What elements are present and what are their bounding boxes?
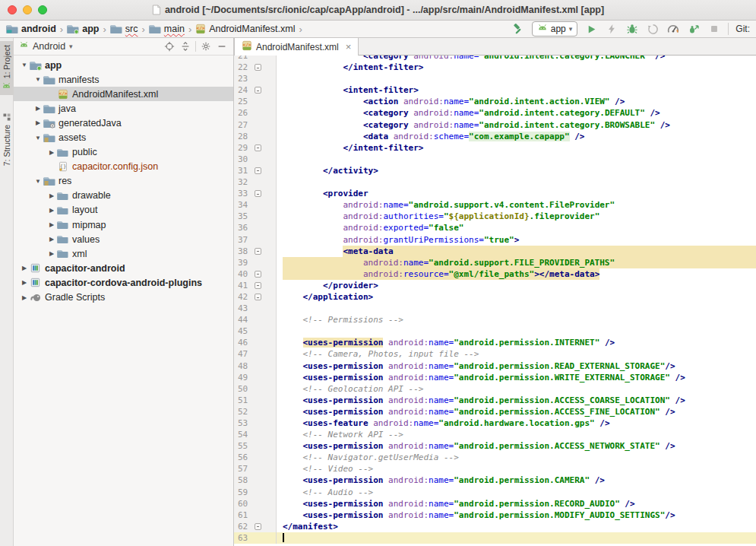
tree-item-capacitor-config-json[interactable]: {}capacitor.config.json: [14, 160, 233, 174]
code-text[interactable]: [277, 154, 756, 165]
run-button[interactable]: [584, 22, 598, 36]
code-line-59[interactable]: 59 <!-- Audio -->: [234, 487, 756, 498]
tree-item-assets[interactable]: ▼assets: [14, 130, 233, 144]
tree-item-generatedjava[interactable]: ▶generatedJava: [14, 116, 233, 130]
code-text[interactable]: <intent-filter>: [277, 84, 756, 96]
code-text[interactable]: <uses-permission android:name="android.p…: [277, 498, 756, 509]
tree-expand-arrow[interactable]: ▼: [20, 62, 29, 68]
tree-expand-arrow[interactable]: ▶: [47, 236, 56, 243]
code-text[interactable]: </manifest>: [277, 521, 756, 532]
editor-gutter[interactable]: 48: [234, 360, 277, 372]
editor-gutter[interactable]: 26: [234, 107, 277, 119]
fold-marker-icon[interactable]: [255, 294, 261, 300]
code-text[interactable]: [277, 176, 756, 188]
tree-item-androidmanifest-xml[interactable]: </>AndroidManifest.xml: [14, 87, 233, 101]
tree-item-layout[interactable]: ▶layout: [14, 203, 233, 217]
code-text[interactable]: <uses-feature android:name="android.hard…: [277, 417, 756, 429]
fold-marker-icon[interactable]: [255, 167, 261, 174]
code-line-25[interactable]: 25 <action android:name="android.intent.…: [234, 96, 756, 107]
code-editor[interactable]: 21 <category android:name="android.inten…: [234, 56, 756, 546]
apply-changes-button[interactable]: [605, 22, 618, 36]
code-line-36[interactable]: 36 android:exported="false": [234, 222, 756, 233]
editor-gutter[interactable]: 51: [234, 395, 277, 406]
tree-item-app[interactable]: ▼app: [14, 58, 233, 72]
editor-gutter[interactable]: 40: [234, 268, 277, 280]
code-line-23[interactable]: 23: [234, 73, 756, 84]
code-line-39[interactable]: 39 android:name="android.support.FILE_PR…: [234, 257, 756, 268]
editor-gutter[interactable]: 29: [234, 142, 277, 154]
code-text[interactable]: <!-- Camera, Photos, input file -->: [277, 348, 756, 360]
hide-panel-button[interactable]: [216, 40, 228, 52]
code-text[interactable]: [277, 73, 756, 84]
editor-gutter[interactable]: 22: [234, 62, 277, 73]
code-line-27[interactable]: 27 <category android:name="android.inten…: [234, 119, 756, 131]
code-text[interactable]: <provider: [277, 188, 756, 199]
tree-expand-arrow[interactable]: ▶: [20, 294, 29, 301]
breadcrumb-item-androidmanifest-xml[interactable]: </>AndroidManifest.xml: [195, 24, 295, 34]
code-line-51[interactable]: 51 <uses-permission android:name="androi…: [234, 395, 756, 406]
code-line-53[interactable]: 53 <uses-feature android:name="android.h…: [234, 417, 756, 429]
code-line-31[interactable]: 31 </activity>: [234, 165, 756, 176]
editor-gutter[interactable]: 37: [234, 234, 277, 246]
code-line-37[interactable]: 37 android:grantUriPermissions="true">: [234, 234, 756, 246]
tab-androidmanifest-xml[interactable]: </> AndroidManifest.xml ×: [234, 38, 359, 56]
editor-gutter[interactable]: 62: [234, 521, 277, 532]
code-text[interactable]: <uses-permission android:name="android.p…: [277, 440, 756, 452]
editor-gutter[interactable]: 41: [234, 280, 277, 291]
tree-expand-arrow[interactable]: ▶: [47, 149, 56, 156]
tree-item-drawable[interactable]: ▶drawable: [14, 189, 233, 203]
tree-expand-arrow[interactable]: ▶: [47, 207, 56, 214]
editor-gutter[interactable]: 49: [234, 372, 277, 383]
fold-marker-icon[interactable]: [255, 144, 261, 151]
code-line-26[interactable]: 26 <category android:name="android.inten…: [234, 107, 756, 119]
breadcrumb-item-src[interactable]: src: [110, 23, 138, 35]
code-line-40[interactable]: 40 android:resource="@xml/file_paths"></…: [234, 268, 756, 280]
run-configuration-select[interactable]: app ▾: [532, 21, 578, 37]
code-line-35[interactable]: 35 android:authorities="${applicationId}…: [234, 211, 756, 222]
run-with-coverage-button[interactable]: [646, 22, 660, 36]
code-text[interactable]: <!-- Audio -->: [277, 487, 756, 498]
tree-item-capacitor-cordova-android-plugins[interactable]: ▶capacitor-cordova-android-plugins: [14, 275, 233, 290]
code-text[interactable]: android:grantUriPermissions="true">: [277, 234, 756, 246]
build-hammer-button[interactable]: [511, 22, 525, 36]
code-line-57[interactable]: 57 <!-- Video -->: [234, 463, 756, 475]
code-text[interactable]: <!-- Permissions -->: [277, 314, 756, 325]
editor-gutter[interactable]: 47: [234, 348, 277, 360]
code-line-47[interactable]: 47 <!-- Camera, Photos, input file -->: [234, 348, 756, 360]
code-text[interactable]: </intent-filter>: [277, 142, 756, 154]
editor-gutter[interactable]: 45: [234, 325, 277, 337]
editor-gutter[interactable]: 27: [234, 119, 277, 131]
editor-gutter[interactable]: 55: [234, 440, 277, 452]
tool-stripe-structure-button[interactable]: 7: Structure: [0, 109, 14, 170]
code-text[interactable]: <category android:name="android.intent.c…: [277, 56, 756, 62]
code-text[interactable]: [277, 325, 756, 337]
tree-expand-arrow[interactable]: ▶: [47, 250, 56, 257]
tool-stripe-project-button[interactable]: 1: Project: [0, 41, 14, 95]
code-text[interactable]: </application>: [277, 291, 756, 303]
code-line-44[interactable]: 44 <!-- Permissions -->: [234, 314, 756, 325]
attach-debugger-button[interactable]: [687, 22, 701, 36]
code-text[interactable]: </provider>: [277, 280, 756, 291]
stop-button[interactable]: [707, 22, 721, 36]
editor-gutter[interactable]: 42: [234, 291, 277, 303]
editor-gutter[interactable]: 24: [234, 84, 277, 96]
code-line-48[interactable]: 48 <uses-permission android:name="androi…: [234, 360, 756, 372]
tree-item-gradle-scripts[interactable]: ▶Gradle Scripts: [14, 290, 233, 305]
code-line-56[interactable]: 56 <!-- Navigator.getUserMedia -->: [234, 452, 756, 463]
editor-gutter[interactable]: 59: [234, 487, 277, 498]
editor-gutter[interactable]: 53: [234, 417, 277, 429]
code-text[interactable]: <action android:name="android.intent.act…: [277, 96, 756, 107]
code-line-58[interactable]: 58 <uses-permission android:name="androi…: [234, 475, 756, 486]
tree-item-mipmap[interactable]: ▶mipmap: [14, 217, 233, 232]
editor-gutter[interactable]: 38: [234, 246, 277, 257]
code-text[interactable]: <uses-permission android:name="android.p…: [277, 372, 756, 383]
tree-expand-arrow[interactable]: ▼: [33, 76, 43, 83]
code-text[interactable]: android:authorities="${applicationId}.fi…: [277, 211, 756, 222]
code-line-61[interactable]: 61 <uses-permission android:name="androi…: [234, 509, 756, 521]
tree-item-xml[interactable]: ▶xml: [14, 246, 233, 261]
profiler-button[interactable]: [666, 22, 680, 36]
fold-marker-icon[interactable]: [255, 87, 261, 94]
code-text[interactable]: [277, 532, 756, 544]
project-view-selector[interactable]: Android: [33, 41, 65, 52]
code-line-45[interactable]: 45: [234, 325, 756, 337]
